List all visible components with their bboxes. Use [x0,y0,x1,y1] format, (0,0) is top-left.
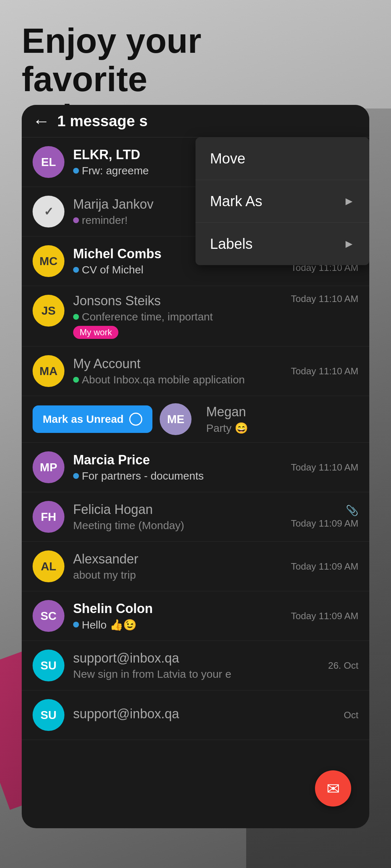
context-menu-move[interactable]: Move [196,137,369,180]
time-felicia: Today 11:09 AM [291,518,358,529]
time-alexsander: Today 11:09 AM [291,561,358,572]
sender-felicia: Felicia Hogan [73,502,287,517]
avatar-elkr: EL [33,146,64,178]
app-container: ← 1 message s Move Mark As ► Labels ► EL… [22,105,369,828]
message-content-shelin: Shelin Colon Hello 👍😉 [73,601,287,631]
compose-fab[interactable]: ✉ [315,770,351,807]
sender-myaccount: My Account [73,356,287,371]
avatar-myaccount: MA [33,355,64,387]
dot-jonsons [73,314,79,320]
meta-marcia: Today 11:10 AM [291,462,358,473]
sender-shelin: Shelin Colon [73,601,287,616]
meta-alexsander: Today 11:09 AM [291,561,358,572]
preview-alexsander: about my trip [73,569,287,581]
message-content-myaccount: My Account About Inbox.qa mobile applica… [73,356,287,386]
sender-megan: Megan [206,404,358,420]
labels-arrow-icon: ► [343,237,355,251]
sender-alexsander: Alexsander [73,552,287,567]
meta-support1: 26. Oct [328,660,358,671]
mark-as-unread-label: Mark as Unread [43,413,123,425]
preview-jonsons: Conference time, important [73,311,287,323]
message-item-support1[interactable]: SU support@inbox.qa New sign in from Lat… [22,641,369,690]
message-item-alexsander[interactable]: AL Alexsander about my trip Today 11:09 … [22,542,369,591]
message-content-felicia: Felicia Hogan Meeting time (Monday) [73,502,287,532]
back-button[interactable]: ← [33,111,50,131]
avatar-alexsander: AL [33,550,64,582]
attachment-icon-felicia: 📎 [346,505,358,516]
avatar-felicia: FH [33,501,64,533]
sender-support2: support@inbox.qa [73,706,340,722]
message-item-myaccount[interactable]: MA My Account About Inbox.qa mobile appl… [22,346,369,396]
avatar-support1: SU [33,650,64,681]
preview-myaccount: About Inbox.qa mobile application [73,374,287,386]
meta-jonsons: Today 11:10 AM [291,293,358,305]
hero-line1: Enjoy your favorite [22,21,201,98]
message-item-megan[interactable]: Mark as Unread ME Megan Party 😄 [22,396,369,443]
label-jonsons: My work [73,323,287,339]
avatar-jonsons: JS [33,295,64,327]
avatar-michel: MC [33,245,64,277]
unread-circle-icon [129,413,142,426]
meta-support2: Oct [344,710,358,721]
preview-felicia: Meeting time (Monday) [73,519,287,532]
context-menu-labels-label: Labels [210,236,253,252]
message-item-marcia[interactable]: MP Marcia Price For partners - documents… [22,443,369,492]
message-item-shelin[interactable]: SC Shelin Colon Hello 👍😉 Today 11:09 AM [22,591,369,641]
time-jonsons: Today 11:10 AM [291,293,358,305]
message-content-alexsander: Alexsander about my trip [73,552,287,581]
time-support1: 26. Oct [328,660,358,671]
meta-shelin: Today 11:09 AM [291,610,358,622]
time-support2: Oct [344,710,358,721]
label-badge-jonsons: My work [73,326,118,339]
context-menu: Move Mark As ► Labels ► [196,137,369,265]
context-menu-mark-as[interactable]: Mark As ► [196,180,369,223]
dot-elkr [73,168,79,174]
preview-marcia: For partners - documents [73,470,287,482]
preview-shelin: Hello 👍😉 [73,618,287,631]
header-title: 1 message s [57,112,148,130]
context-menu-move-label: Move [210,150,245,167]
dot-marcia [73,473,79,479]
dot-marija [73,217,79,223]
context-menu-mark-as-label: Mark As [210,193,262,209]
meta-myaccount: Today 11:10 AM [291,366,358,377]
message-content-megan: Megan Party 😄 [206,404,358,434]
app-header: ← 1 message s [22,105,369,137]
mark-as-unread-button[interactable]: Mark as Unread [33,405,152,433]
preview-megan: Party 😄 [206,422,358,434]
message-content-jonsons: Jonsons Steiks Conference time, importan… [73,293,287,339]
meta-felicia: 📎 Today 11:09 AM [291,505,358,529]
dot-shelin [73,622,79,627]
compose-icon: ✉ [327,779,340,798]
avatar-marija: ✓ [33,196,64,227]
message-content-marcia: Marcia Price For partners - documents [73,452,287,482]
sender-support1: support@inbox.qa [73,651,324,666]
context-menu-labels[interactable]: Labels ► [196,223,369,265]
time-myaccount: Today 11:10 AM [291,366,358,377]
sender-jonsons: Jonsons Steiks [73,293,287,309]
avatar-shelin: SC [33,600,64,632]
message-item-felicia[interactable]: FH Felicia Hogan Meeting time (Monday) 📎… [22,492,369,542]
dot-michel [73,267,79,273]
preview-support1: New sign in from Latvia to your e [73,668,324,680]
dot-myaccount [73,377,79,383]
preview-michel: CV of Michel [73,264,287,276]
mark-as-arrow-icon: ► [343,195,355,208]
message-item-support2[interactable]: SU support@inbox.qa Oct [22,690,369,740]
message-item-jonsons[interactable]: JS Jonsons Steiks Conference time, impor… [22,286,369,346]
avatar-megan: ME [160,403,192,435]
avatar-support2: SU [33,699,64,731]
time-marcia: Today 11:10 AM [291,462,358,473]
sender-marcia: Marcia Price [73,452,287,468]
message-content-support2: support@inbox.qa [73,706,340,724]
message-content-support1: support@inbox.qa New sign in from Latvia… [73,651,324,680]
time-shelin: Today 11:09 AM [291,610,358,622]
avatar-marcia: MP [33,451,64,483]
